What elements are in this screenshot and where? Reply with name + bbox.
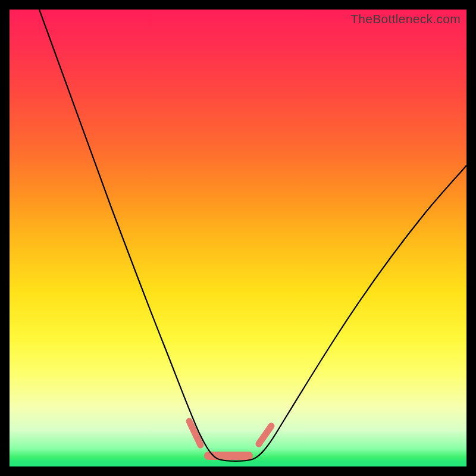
left-branch-curve	[39, 10, 219, 459]
right-branch-curve	[252, 165, 466, 459]
chart-frame: TheBottleneck.com	[10, 10, 466, 466]
right-marker-highlight	[259, 426, 271, 444]
chart-svg	[10, 10, 466, 466]
